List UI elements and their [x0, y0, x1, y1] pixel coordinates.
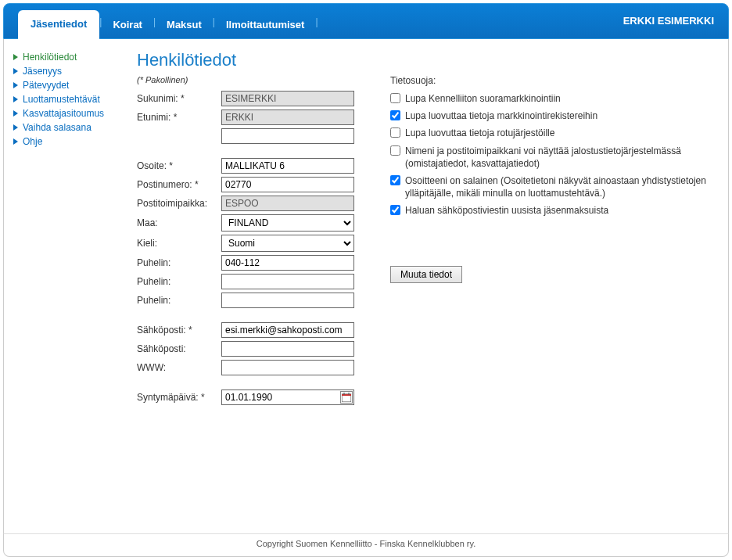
tab-ilmoittautumiset[interactable]: Ilmoittautumiset [215, 13, 315, 38]
language-select[interactable]: Suomi [221, 235, 354, 252]
phone2-field[interactable] [221, 274, 354, 289]
sidebar-item-henkilotiedot[interactable]: Henkilötiedot [12, 50, 137, 64]
label-city: Postitoimipaikka: [137, 198, 221, 209]
city-field [221, 196, 354, 211]
current-user: ERKKI ESIMERKKI [623, 15, 714, 27]
label-phone2: Puhelin: [137, 276, 221, 287]
tab-koirat[interactable]: Koirat [102, 13, 153, 38]
chk-label: Lupa luovuttaa tietoja markkinointirekis… [405, 109, 597, 122]
sidebar-item-jasenyys[interactable]: Jäsenyys [12, 64, 137, 78]
sidebar-item-luottamustehtavat[interactable]: Luottamustehtävät [12, 92, 137, 106]
arrow-icon [12, 138, 20, 145]
sidebar-item-ohje[interactable]: Ohje [12, 135, 137, 149]
sidebar: Henkilötiedot Jäsenyys Pätevyydet Luotta… [12, 50, 137, 526]
sidebar-item-label: Jäsenyys [23, 66, 62, 77]
label-postal: Postinumero: * [137, 179, 221, 190]
label-address: Osoite: * [137, 160, 221, 171]
firstname-field [221, 109, 354, 125]
www-field[interactable] [221, 360, 354, 375]
sidebar-item-label: Pätevyydet [23, 80, 69, 91]
chk-label: Nimeni ja postitoimipaikkani voi näyttää… [405, 145, 719, 170]
privacy-column: Tietosuoja: Lupa Kennelliiton suoramarkk… [390, 50, 719, 526]
chk-direct-marketing[interactable] [390, 93, 400, 103]
address-field[interactable] [221, 158, 354, 174]
firstname2-field[interactable] [221, 128, 354, 144]
phone1-field[interactable] [221, 255, 354, 271]
page-title: Henkilötiedot [137, 50, 371, 70]
sidebar-item-label: Henkilötiedot [23, 52, 77, 63]
tab-jasentiedot[interactable]: Jäsentiedot [18, 10, 99, 39]
main-panel: Henkilötiedot (* Pakollinen) Sukunimi: *… [137, 50, 719, 526]
sidebar-item-kasvattajasitoumus[interactable]: Kasvattajasitoumus [12, 106, 137, 120]
arrow-icon [12, 67, 20, 75]
label-lastname: Sukunimi: * [137, 93, 221, 104]
birthday-field[interactable] [221, 389, 354, 405]
svg-rect-1 [342, 394, 351, 396]
label-firstname: Etunimi: * [137, 112, 221, 123]
label-www: WWW: [137, 362, 221, 373]
tabs: Jäsentiedot | Koirat | Maksut | Ilmoitta… [18, 10, 318, 38]
chk-label: Lupa luovuttaa tietoja rotujärjestöille [405, 127, 554, 139]
lastname-field [221, 91, 354, 106]
arrow-icon [12, 53, 20, 61]
label-language: Kieli: [137, 238, 221, 249]
sidebar-item-label: Kasvattajasitoumus [23, 108, 104, 119]
tab-separator: | [315, 16, 318, 32]
chk-secret-address[interactable] [390, 175, 400, 185]
label-birthday: Syntymäpäivä: * [137, 392, 221, 403]
sidebar-item-patevyydet[interactable]: Pätevyydet [12, 78, 137, 92]
phone3-field[interactable] [221, 293, 354, 308]
chk-show-name[interactable] [390, 145, 400, 156]
footer: Copyright Suomen Kennelliitto - Finska K… [3, 533, 729, 557]
top-nav: Jäsentiedot | Koirat | Maksut | Ilmoitta… [3, 3, 729, 39]
chk-label: Osoitteeni on salainen (Osoitetietoni nä… [405, 174, 719, 199]
email-field[interactable] [221, 322, 354, 338]
content-area: Henkilötiedot Jäsenyys Pätevyydet Luotta… [3, 39, 729, 533]
chk-label: Haluan sähköpostiviestin uusista jäsenma… [405, 204, 608, 217]
sidebar-item-label: Vaihda salasana [23, 122, 92, 133]
postal-field[interactable] [221, 177, 354, 192]
label-email2: Sähköposti: [137, 343, 221, 354]
chk-marketing-registers[interactable] [390, 110, 400, 120]
label-email: Sähköposti: * [137, 325, 221, 336]
sidebar-item-vaihda-salasana[interactable]: Vaihda salasana [12, 120, 137, 135]
arrow-icon [12, 109, 20, 117]
required-note: (* Pakollinen) [137, 75, 371, 84]
arrow-icon [12, 95, 20, 103]
arrow-icon [12, 124, 20, 131]
privacy-title: Tietosuoja: [390, 75, 719, 86]
label-country: Maa: [137, 217, 221, 228]
chk-label: Lupa Kennelliiton suoramarkkinointiin [405, 92, 561, 105]
form-column: Henkilötiedot (* Pakollinen) Sukunimi: *… [137, 50, 371, 526]
sidebar-item-label: Luottamustehtävät [23, 94, 100, 105]
tab-maksut[interactable]: Maksut [156, 13, 213, 38]
country-select[interactable]: FINLAND [221, 214, 354, 232]
label-phone3: Puhelin: [137, 295, 221, 306]
sidebar-item-label: Ohje [23, 136, 42, 147]
chk-breed-orgs[interactable] [390, 127, 400, 138]
email2-field[interactable] [221, 341, 354, 357]
label-phone1: Puhelin: [137, 257, 221, 268]
arrow-icon [12, 81, 20, 89]
chk-email-fees[interactable] [390, 205, 400, 215]
calendar-icon[interactable] [340, 391, 353, 404]
save-button[interactable]: Muuta tiedot [390, 266, 462, 283]
